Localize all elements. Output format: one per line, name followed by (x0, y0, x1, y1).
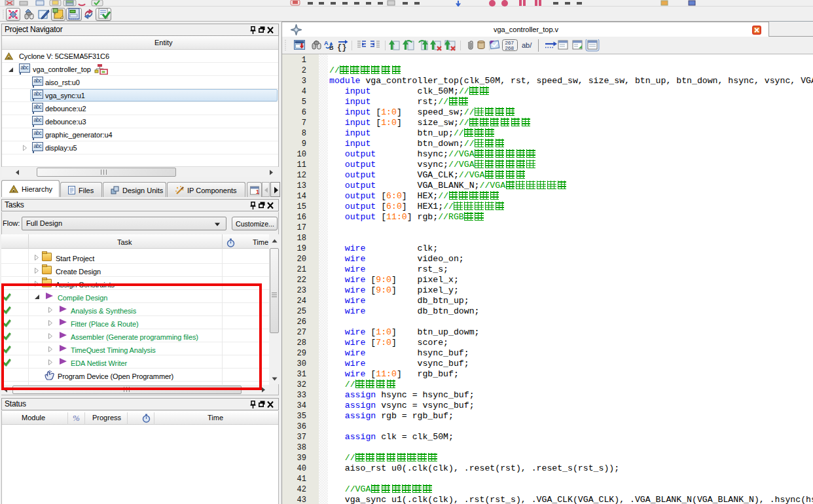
svg-text:1: 1 (256, 189, 259, 195)
svg-text:A: A (324, 40, 329, 46)
svg-text:{}: {} (337, 43, 346, 52)
svg-text:B: B (329, 45, 334, 51)
svg-text:ab/: ab/ (522, 41, 532, 49)
svg-text:268: 268 (505, 45, 515, 51)
